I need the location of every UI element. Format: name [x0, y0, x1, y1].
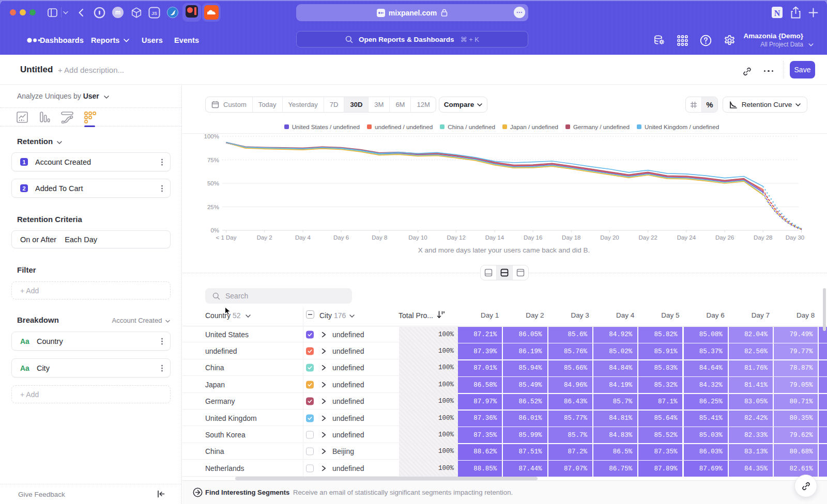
svg-text:Day 28: Day 28 — [754, 234, 772, 241]
svg-text:25%: 25% — [207, 204, 219, 210]
svg-text:Day 18: Day 18 — [562, 234, 580, 241]
svg-text:Day 26: Day 26 — [715, 234, 734, 241]
svg-text:Day 6: Day 6 — [333, 234, 349, 241]
svg-text:Day 24: Day 24 — [677, 234, 696, 241]
svg-text:Day 30: Day 30 — [786, 234, 804, 241]
svg-text:Day 20: Day 20 — [600, 234, 619, 241]
svg-text:Day 22: Day 22 — [638, 234, 657, 241]
svg-text:Day 14: Day 14 — [485, 234, 504, 241]
svg-text:Day 10: Day 10 — [408, 234, 427, 241]
svg-text:Day 8: Day 8 — [372, 234, 387, 241]
svg-text:X and more days later your use: X and more days later your users came ba… — [418, 246, 590, 254]
svg-text:Day 16: Day 16 — [524, 234, 542, 241]
svg-text:Day 12: Day 12 — [447, 234, 465, 241]
svg-text:Day 2: Day 2 — [257, 234, 272, 241]
svg-text:JS: JS — [151, 11, 157, 16]
svg-text:< 1 Day: < 1 Day — [216, 234, 237, 241]
svg-text:50%: 50% — [207, 180, 219, 186]
svg-text:75%: 75% — [207, 157, 219, 163]
svg-text:Day 4: Day 4 — [295, 234, 311, 241]
svg-text:0%: 0% — [210, 227, 219, 233]
svg-text:N: N — [774, 9, 780, 18]
svg-text:100%: 100% — [204, 133, 219, 139]
